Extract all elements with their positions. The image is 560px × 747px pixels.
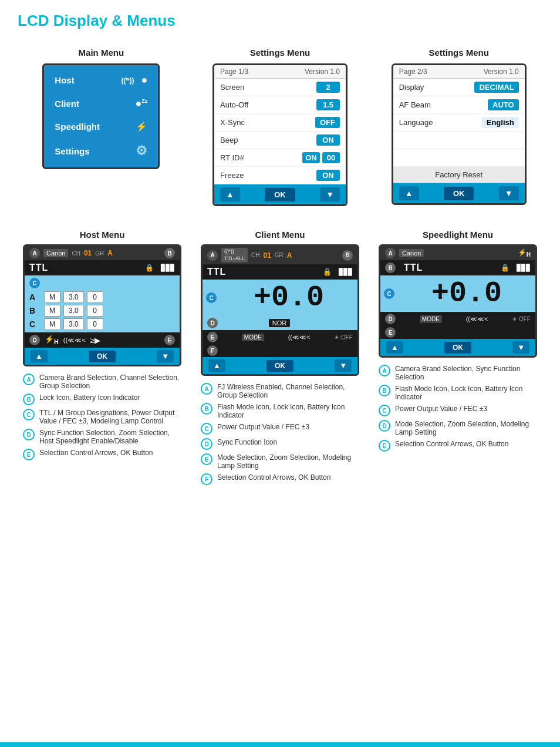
speedlight-d-circle: D (385, 314, 396, 324)
settings2-page: Page 2/3 (399, 68, 427, 76)
legend-d-circle: D (23, 429, 35, 440)
speedlight-sync: ⚡H (518, 248, 531, 258)
spd-legend-a-text: Camera Brand Selection, Sync Function Se… (395, 365, 537, 381)
host-label: Host (55, 75, 74, 85)
legend-d-text: Sync Function Selection, Zoom Selection,… (39, 429, 181, 445)
afbeam-label: AF Beam (399, 100, 488, 109)
client-nav: ▲ OK ▼ (203, 357, 357, 374)
host-legend: A Camera Brand Selection, Channel Select… (23, 374, 181, 464)
speedlight-row-b: B TTL 🔒 ▊▊▊ (380, 260, 535, 275)
client-ok-btn[interactable]: OK (266, 360, 294, 372)
host-d-circle: D (29, 335, 40, 345)
client-mode: TTL (207, 267, 226, 277)
rtid-label: RT ID# (220, 153, 302, 162)
gear-icon: ⚙ (136, 143, 147, 159)
client-gr-label: GR (275, 252, 284, 258)
host-up-btn[interactable]: ▲ (31, 350, 48, 362)
host-group-c: C M 3.0 0 (29, 318, 175, 330)
host-legend-d: D Sync Function Selection, Zoom Selectio… (23, 429, 181, 445)
host-batt-icon: ▊▊▊ (161, 264, 175, 272)
speedlight-lock-icon: 🔒 (501, 264, 510, 272)
speedlight-nav: ▲ OK ▼ (380, 339, 535, 356)
legend-c-circle: C (23, 409, 35, 420)
group-a-extra: 0 (87, 291, 103, 303)
speedlight-legend-e: E Selection Control Arrows, OK Button (379, 440, 537, 452)
client-big-value-row: C +0.0 (203, 280, 357, 316)
host-legend-b: B Lock Icon, Battery Icon Indicator (23, 393, 181, 405)
client-legend-d-circle: D (201, 438, 212, 450)
speedlight-legend: A Camera Brand Selection, Sync Function … (379, 365, 537, 455)
main-menu-client[interactable]: Client ●Zz (49, 93, 153, 114)
main-menu-host[interactable]: Host ((ʷ)) ● (49, 70, 153, 90)
settings1-up-btn[interactable]: ▲ (220, 187, 240, 201)
host-row-d: D ⚡H ((≪≪< ≥▶ E (25, 332, 180, 348)
settings1-xsync-row: X-Sync OFF (214, 114, 346, 132)
settings1-ok-btn[interactable]: OK (265, 188, 295, 201)
spd-legend-e-text: Selection Control Arrows, OK Button (395, 440, 508, 448)
rtid-on: ON (302, 152, 320, 163)
client-legend-f-circle: F (201, 473, 212, 485)
bottom-bar (0, 742, 560, 747)
host-row-a: A Canon CH 01 GR A B (25, 246, 180, 260)
speedlight-menu-title: Speedlight Menu (423, 230, 493, 240)
client-b-label: B (342, 250, 353, 261)
host-ok-btn[interactable]: OK (89, 351, 116, 362)
afbeam-value: AUTO (488, 99, 519, 110)
main-menu-title: Main Menu (79, 48, 124, 58)
speedlight-row-e: E (380, 326, 535, 339)
speedlight-down-btn[interactable]: ▼ (512, 341, 529, 354)
main-menu-settings[interactable]: Settings ⚙ (49, 139, 153, 163)
settings2-up-btn[interactable]: ▲ (399, 186, 419, 200)
client-legend-b-circle: B (201, 403, 212, 415)
client-legend-f: F Selection Control Arrows, OK Button (201, 473, 359, 485)
host-down-btn[interactable]: ▼ (157, 350, 174, 362)
speedlight-up-btn[interactable]: ▲ (386, 341, 403, 354)
settings-lcd-2: Page 2/3 Version 1.0 Display DECIMAL AF … (392, 63, 527, 205)
main-menu-section: Main Menu Host ((ʷ)) ● Client ●Zz Speedl… (18, 48, 185, 206)
settings1-nav: ▲ OK ▼ (214, 184, 346, 204)
speedlight-ok-btn[interactable]: OK (444, 342, 471, 354)
main-menu-speedlight[interactable]: Speedlight ⚡ (49, 117, 153, 136)
settings2-ok-btn[interactable]: OK (444, 187, 474, 200)
host-e-circle: E (164, 335, 175, 345)
group-b-value: 3.0 (63, 305, 84, 317)
settings-label: Settings (55, 146, 89, 156)
client-mode-btn: MODE (242, 334, 264, 341)
beep-value: ON (316, 134, 340, 146)
host-legend-a: A Camera Brand Selection, Channel Select… (23, 374, 181, 390)
screen-value: 2 (316, 82, 340, 93)
rtid-values: ON 00 (302, 152, 340, 163)
host-menu-section: Host Menu A Canon CH 01 GR A B TTL 🔒 ▊▊▊ (18, 230, 187, 489)
speedlight-big-value-row: C +0.0 (380, 275, 535, 312)
speedlight-lcd: A Canon ⚡H B TTL 🔒 ▊▊▊ C +0.0 D MODE ((≪… (379, 244, 537, 358)
settings-menu1-title: Settings Menu (250, 48, 311, 58)
host-group-a: A M 3.0 0 (29, 291, 175, 303)
group-b-mode: M (44, 305, 60, 317)
settings1-rtid-row: RT ID# ON 00 (214, 149, 346, 167)
client-up-btn[interactable]: ▲ (208, 359, 225, 372)
spd-legend-e-circle: E (379, 440, 390, 452)
settings1-version: Version 1.0 (305, 68, 340, 76)
host-ch-num: 01 (84, 249, 92, 257)
host-ch-label: CH (72, 250, 80, 257)
settings1-beep-row: Beep ON (214, 132, 346, 149)
freeze-value: ON (316, 170, 340, 181)
settings1-screen-row: Screen 2 (214, 79, 346, 96)
speedlight-c-circle: C (384, 288, 394, 299)
settings2-down-btn[interactable]: ▼ (499, 186, 519, 200)
speedlight-icon: ⚡ (136, 121, 147, 132)
spd-legend-b-circle: B (379, 385, 390, 396)
group-c-label: C (29, 319, 41, 329)
xsync-value: OFF (315, 117, 340, 128)
client-big-value: +0.0 (220, 280, 357, 316)
settings2-header: Page 2/3 Version 1.0 (393, 65, 525, 79)
speedlight-legend-c: C Power Output Value / FEC ±3 (379, 405, 537, 416)
client-row-a: A ((ʷ))TTL-ALL CH 01 GR A B (203, 246, 357, 264)
settings2-nav: ▲ OK ▼ (393, 183, 525, 203)
client-down-btn[interactable]: ▼ (335, 359, 352, 372)
settings1-down-btn[interactable]: ▼ (320, 187, 340, 201)
client-legend-b-text: Flash Mode Icon, Lock Icon, Battery Icon… (217, 403, 359, 419)
group-a-mode: M (44, 291, 60, 303)
client-legend-a: A FJ Wireless Enabled, Channel Selection… (201, 383, 359, 399)
xsync-label: X-Sync (220, 118, 315, 127)
